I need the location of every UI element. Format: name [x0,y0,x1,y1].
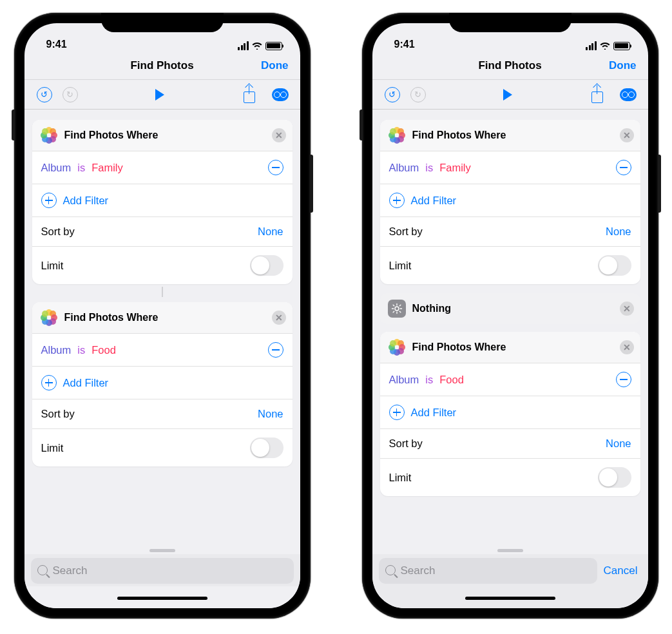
notch [449,13,571,32]
find-photos-action-family[interactable]: Find Photos Where ✕ Album is Family Add … [380,120,640,284]
limit-toggle[interactable] [598,467,631,488]
settings-icon [620,88,637,101]
done-button[interactable]: Done [261,59,289,72]
filter-field[interactable]: Album [389,162,419,174]
add-filter-button[interactable]: Add Filter [32,184,293,216]
add-filter-button[interactable]: Add Filter [380,396,640,428]
search-dock: Search Cancel [372,554,648,586]
add-filter-button[interactable]: Add Filter [32,366,293,399]
play-button[interactable] [499,86,516,103]
filter-operator[interactable]: is [425,374,433,386]
limit-row: Limit [32,428,293,466]
home-indicator[interactable] [372,586,648,608]
filter-value[interactable]: Family [91,162,123,174]
filter-value[interactable]: Food [439,374,464,386]
limit-label: Limit [41,260,64,272]
nothing-action[interactable]: Nothing ✕ [380,293,640,324]
add-filter-button[interactable]: Add Filter [380,184,640,216]
sort-by-row[interactable]: Sort by None [32,399,293,428]
plus-icon [41,375,57,390]
filter-field[interactable]: Album [41,344,72,356]
action-title: Find Photos Where [64,130,158,141]
find-photos-action-food[interactable]: Find Photos Where ✕ Album is Food Add Fi… [32,302,293,466]
home-indicator[interactable] [24,586,300,608]
screen: 9:41 Find Photos Done ↺ ↻ [372,23,648,608]
undo-button[interactable]: ↺ [36,86,53,103]
nav-bar: Find Photos Done [372,52,648,80]
filter-field[interactable]: Album [41,162,72,174]
undo-button[interactable]: ↺ [384,86,401,103]
status-time: 9:41 [394,39,415,50]
limit-toggle[interactable] [598,255,631,276]
plus-icon [41,193,57,208]
filter-operator[interactable]: is [77,162,85,174]
find-photos-action-family[interactable]: Find Photos Where ✕ Album is Family Add … [32,120,293,284]
search-icon [385,565,396,575]
battery-icon [613,42,630,50]
find-photos-action-food[interactable]: Find Photos Where ✕ Album is Food Add Fi… [380,332,640,496]
filter-row[interactable]: Album is Family [32,151,293,184]
share-icon [243,86,256,103]
filter-row[interactable]: Album is Family [380,151,640,184]
filter-operator[interactable]: is [425,162,433,174]
photos-app-icon [40,309,58,327]
settings-button[interactable] [272,86,289,103]
filter-value[interactable]: Food [91,344,116,356]
content-area[interactable]: Find Photos Where ✕ Album is Family Add … [372,110,648,554]
remove-action-button[interactable]: ✕ [620,302,634,316]
nothing-title: Nothing [412,303,451,314]
page-title: Find Photos [130,59,193,72]
filter-row[interactable]: Album is Food [380,363,640,396]
search-input[interactable]: Search [31,558,294,584]
status-time: 9:41 [46,39,67,50]
share-icon [591,86,604,103]
settings-button[interactable] [620,86,637,103]
action-title: Find Photos Where [412,341,506,353]
photos-app-icon [388,338,406,356]
settings-icon [272,88,289,101]
nav-bar: Find Photos Done [24,52,300,80]
remove-action-button[interactable]: ✕ [620,128,634,142]
sort-by-row[interactable]: Sort by None [380,216,640,246]
remove-action-button[interactable]: ✕ [272,128,286,142]
limit-label: Limit [389,472,412,484]
battery-icon [265,42,282,50]
limit-row: Limit [32,246,293,284]
plus-icon [389,193,405,208]
sort-value[interactable]: None [606,437,631,450]
phone-right: 9:41 Find Photos Done ↺ ↻ [362,13,658,619]
sort-by-row[interactable]: Sort by None [32,216,293,246]
done-button[interactable]: Done [609,59,637,72]
remove-filter-button[interactable] [268,160,283,175]
sort-label: Sort by [41,226,75,238]
filter-field[interactable]: Album [389,374,419,386]
search-input[interactable]: Search [379,558,597,584]
notch [101,13,224,32]
toolbar: ↺ ↻ [24,80,300,110]
share-button[interactable] [589,86,606,103]
play-button[interactable] [151,86,168,103]
content-area[interactable]: Find Photos Where ✕ Album is Family Add … [24,110,300,554]
share-button[interactable] [241,86,258,103]
screen: 9:41 Find Photos Done ↺ ↻ [24,23,300,608]
filter-value[interactable]: Family [439,162,471,174]
page-title: Find Photos [478,59,541,72]
sort-value[interactable]: None [258,226,283,238]
limit-row: Limit [380,458,640,496]
sort-label: Sort by [41,408,75,420]
remove-action-button[interactable]: ✕ [620,340,634,354]
remove-filter-button[interactable] [616,160,631,175]
remove-filter-button[interactable] [268,342,283,358]
remove-action-button[interactable]: ✕ [272,311,286,325]
filter-operator[interactable]: is [77,344,85,356]
sort-by-row[interactable]: Sort by None [380,428,640,458]
search-cancel-button[interactable]: Cancel [604,564,642,577]
wifi-icon [252,42,262,50]
sort-value[interactable]: None [606,226,631,238]
limit-toggle[interactable] [250,255,283,276]
remove-filter-button[interactable] [616,372,631,387]
wifi-icon [600,42,610,50]
filter-row[interactable]: Album is Food [32,333,293,366]
limit-toggle[interactable] [250,437,283,458]
sort-value[interactable]: None [258,408,283,420]
